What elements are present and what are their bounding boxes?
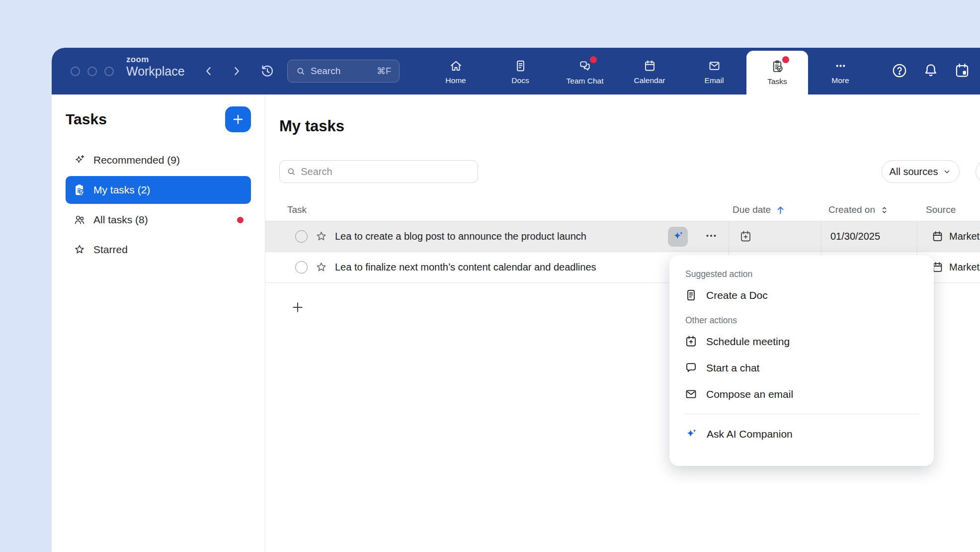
forward-button[interactable] bbox=[227, 48, 246, 94]
task-row-1[interactable]: Lea to create a blog post to announce th… bbox=[265, 221, 980, 252]
nav-calendar[interactable]: Calendar bbox=[617, 48, 682, 94]
global-search-placeholder: Search bbox=[311, 66, 340, 77]
sidebar-item-all-tasks[interactable]: All tasks (8) bbox=[66, 206, 251, 234]
task-title: Lea to finalize next month’s content cal… bbox=[335, 262, 596, 273]
home-icon bbox=[449, 59, 463, 73]
window-controls[interactable] bbox=[71, 67, 114, 76]
calendar-icon bbox=[931, 230, 944, 243]
add-task-button[interactable] bbox=[290, 300, 305, 315]
zoom-workplace-logo: zoom Workplace bbox=[126, 55, 185, 78]
doc-icon bbox=[684, 288, 698, 302]
sidebar-title: Tasks bbox=[66, 111, 107, 128]
source-label: Marketi bbox=[949, 231, 980, 242]
nav-home[interactable]: Home bbox=[423, 48, 488, 94]
tasks-badge bbox=[782, 56, 789, 63]
menu-item-label: Ask AI Companion bbox=[707, 428, 793, 440]
nav-tasks[interactable]: Tasks bbox=[746, 51, 808, 94]
nav-team-chat[interactable]: Team Chat bbox=[553, 48, 617, 94]
menu-item-start-chat[interactable]: Start a chat bbox=[684, 355, 919, 381]
notifications-button[interactable] bbox=[922, 62, 940, 80]
menu-item-ask-ai-companion[interactable]: Ask AI Companion bbox=[684, 421, 919, 447]
menu-section-label: Suggested action bbox=[685, 269, 918, 279]
sort-ascending-icon bbox=[775, 204, 786, 216]
scheduler-button[interactable] bbox=[953, 62, 971, 80]
menu-item-create-doc[interactable]: Create a Doc bbox=[684, 282, 919, 308]
sidebar-item-label: Starred bbox=[93, 244, 128, 256]
star-icon bbox=[73, 243, 86, 256]
complete-task-checkbox[interactable] bbox=[295, 230, 308, 243]
table-header: Task Due date Created on Source bbox=[265, 199, 980, 221]
created-on-cell: 01/30/2025 bbox=[821, 221, 917, 252]
task-title: Lea to create a blog post to announce th… bbox=[335, 231, 586, 242]
ellipsis-icon bbox=[704, 228, 719, 243]
nav-label: More bbox=[831, 76, 849, 85]
team-chat-badge bbox=[590, 56, 597, 63]
all-tasks-badge bbox=[237, 217, 244, 223]
nav-docs[interactable]: Docs bbox=[488, 48, 553, 94]
sidebar-item-label: Recommended (9) bbox=[93, 154, 180, 166]
star-task-button[interactable] bbox=[315, 230, 328, 243]
nav-label: Email bbox=[705, 76, 724, 85]
window-control-minimize[interactable] bbox=[87, 67, 97, 76]
ai-companion-button[interactable] bbox=[668, 227, 688, 247]
row-more-actions-button[interactable] bbox=[703, 228, 720, 245]
search-icon bbox=[296, 66, 306, 76]
global-search-field[interactable]: Search ⌘F bbox=[287, 60, 400, 83]
source-cell[interactable]: Marketi bbox=[917, 221, 980, 252]
complete-task-checkbox[interactable] bbox=[295, 261, 308, 274]
ai-companion-icon bbox=[671, 230, 685, 243]
column-header-created-on[interactable]: Created on bbox=[821, 204, 917, 215]
history-icon bbox=[259, 63, 275, 79]
nav-label: Team Chat bbox=[567, 77, 604, 86]
task-cell: Lea to create a blog post to announce th… bbox=[265, 221, 729, 252]
email-icon bbox=[684, 387, 698, 401]
menu-item-label: Schedule meeting bbox=[706, 336, 790, 348]
menu-item-label: Start a chat bbox=[706, 362, 759, 374]
back-button[interactable] bbox=[199, 48, 219, 94]
nav-more[interactable]: More bbox=[808, 48, 873, 94]
chat-icon bbox=[684, 361, 698, 374]
docs-icon bbox=[514, 59, 527, 73]
email-icon bbox=[708, 59, 721, 73]
task-search-input[interactable] bbox=[301, 166, 471, 178]
window-control-close[interactable] bbox=[71, 67, 80, 76]
task-search bbox=[279, 160, 478, 183]
sources-filter-dropdown[interactable]: All sources bbox=[882, 160, 960, 183]
clipboard-check-icon bbox=[73, 184, 86, 196]
sidebar-item-my-tasks[interactable]: My tasks (2) bbox=[66, 176, 251, 204]
nav-email[interactable]: Email bbox=[682, 48, 746, 94]
page-title: My tasks bbox=[279, 117, 344, 135]
menu-item-label: Create a Doc bbox=[706, 289, 768, 301]
column-header-source: Source bbox=[917, 204, 980, 215]
window-control-zoom[interactable] bbox=[104, 67, 114, 76]
star-task-button[interactable] bbox=[315, 261, 328, 274]
notifications-icon bbox=[922, 62, 939, 79]
source-label: Marketi bbox=[949, 262, 980, 273]
nav-label: Home bbox=[445, 76, 466, 85]
clipped-filter-dropdown[interactable] bbox=[976, 160, 980, 183]
nav-label: Calendar bbox=[634, 76, 665, 85]
sidebar-item-recommended[interactable]: Recommended (9) bbox=[66, 146, 251, 174]
search-shortcut: ⌘F bbox=[377, 66, 391, 77]
calendar-plus-icon bbox=[739, 230, 752, 243]
calendar-plus-icon bbox=[684, 335, 698, 348]
topbar-right-icons bbox=[891, 48, 971, 94]
sidebar-item-starred[interactable]: Starred bbox=[66, 236, 251, 264]
task-cell: Lea to finalize next month’s content cal… bbox=[265, 252, 729, 282]
top-bar: zoom Workplace Search ⌘F Home Docs bbox=[52, 48, 980, 94]
sidebar-menu: Recommended (9) My tasks (2) All tasks (… bbox=[66, 146, 251, 266]
column-header-task: Task bbox=[265, 204, 729, 215]
help-button[interactable] bbox=[891, 62, 908, 80]
menu-item-compose-email[interactable]: Compose an email bbox=[684, 381, 919, 407]
due-date-cell[interactable] bbox=[729, 221, 821, 252]
more-icon bbox=[834, 59, 847, 73]
column-header-due-date[interactable]: Due date bbox=[729, 204, 821, 216]
suggested-actions-menu: Suggested action Create a Doc Other acti… bbox=[669, 255, 934, 466]
menu-item-schedule-meeting[interactable]: Schedule meeting bbox=[684, 328, 919, 355]
new-task-button[interactable] bbox=[225, 106, 251, 132]
scheduler-icon bbox=[954, 62, 971, 79]
history-button[interactable] bbox=[256, 48, 278, 94]
menu-section-label: Other actions bbox=[685, 315, 918, 326]
menu-item-label: Compose an email bbox=[706, 388, 793, 400]
chevron-left-icon bbox=[202, 65, 215, 78]
